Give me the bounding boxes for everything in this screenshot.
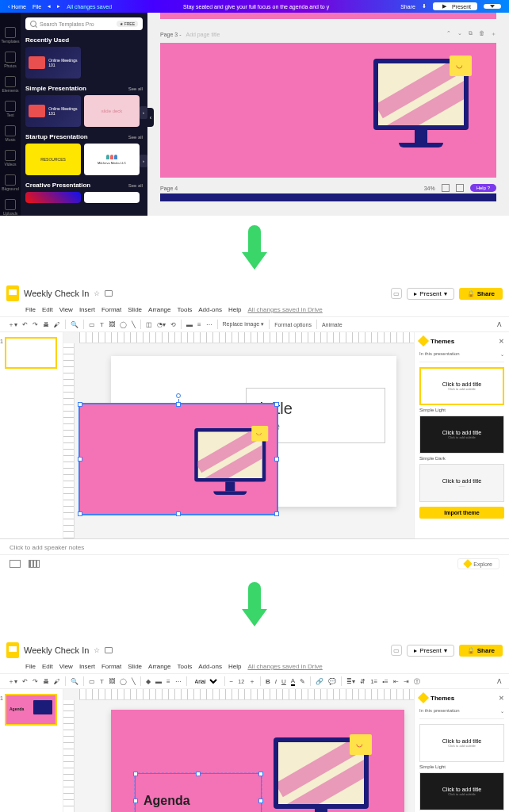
new-slide-icon[interactable]: ＋▾ (8, 677, 17, 686)
paint-icon[interactable]: 🖌 (54, 678, 60, 685)
bold-icon[interactable]: B (266, 678, 270, 685)
resize-handle[interactable] (78, 457, 82, 462)
slide-page3[interactable] (160, 43, 496, 178)
theme-dark[interactable]: Click to add titleClick to add subtitle (419, 772, 504, 810)
chevron-down-icon[interactable]: ⌄ (500, 351, 504, 357)
move-up-icon[interactable]: ⌃ (446, 30, 451, 38)
move-down-icon[interactable]: ⌄ (457, 30, 462, 38)
font-select[interactable]: Arial (192, 678, 220, 685)
reset-icon[interactable]: ⟲ (170, 321, 176, 328)
line-icon[interactable]: ╲ (132, 678, 136, 685)
menu-addons[interactable]: Add-ons (198, 663, 222, 670)
menu-file[interactable]: File (25, 663, 36, 670)
line-spacing-icon[interactable]: ⇵ (360, 678, 365, 685)
comments-icon[interactable]: ▭ (391, 645, 402, 656)
crop-icon[interactable]: ◫ (146, 321, 152, 328)
clear-format-icon[interactable]: Ⓣ (414, 677, 420, 686)
rail-templates[interactable]: Templates (3, 27, 17, 44)
new-slide-icon[interactable]: ＋▾ (8, 320, 17, 329)
redo-icon[interactable]: ▸ (57, 3, 60, 10)
see-all-link[interactable]: See all (128, 183, 143, 188)
back-icon[interactable]: ‹ Home (8, 4, 26, 10)
zoom-fit-icon[interactable]: 🔍 (71, 321, 78, 328)
resize-handle[interactable] (274, 511, 279, 516)
print-icon[interactable]: 🖶 (43, 321, 49, 328)
slide-canvas[interactable]: d title ubtitle (63, 332, 414, 538)
slide-canvas[interactable]: Agenda (63, 689, 414, 812)
underline-icon[interactable]: U (281, 678, 286, 685)
resize-handle[interactable] (133, 799, 138, 803)
scroll-right-icon[interactable]: › (140, 155, 147, 167)
redo-icon[interactable]: ↷ (33, 321, 38, 328)
indent-dec-icon[interactable]: ⇤ (393, 678, 399, 685)
menu-insert[interactable]: Insert (79, 663, 95, 670)
resize-handle[interactable] (196, 772, 201, 776)
border-dash-icon[interactable]: ⋯ (206, 321, 212, 328)
select-icon[interactable]: ▭ (89, 678, 95, 685)
rail-photos[interactable]: Photos (3, 52, 17, 68)
theme-grey[interactable]: Click to add title—— (419, 464, 504, 502)
thumbnail-1[interactable]: 1 Agenda (5, 694, 57, 726)
agenda-text[interactable]: Agenda (144, 794, 190, 808)
resize-handle[interactable] (258, 799, 263, 803)
menu-addons[interactable]: Add-ons (198, 306, 222, 313)
resize-handle[interactable] (176, 402, 181, 407)
resize-handle[interactable] (78, 511, 82, 516)
rotate-handle[interactable] (176, 393, 181, 398)
menu-arrange[interactable]: Arrange (148, 663, 170, 670)
menu-view[interactable]: View (59, 306, 73, 313)
undo-icon[interactable]: ◂ (48, 3, 51, 10)
close-icon[interactable]: ✕ (499, 695, 504, 702)
thumbnail-1[interactable]: 1 (5, 337, 57, 369)
undo-icon[interactable]: ↶ (22, 321, 28, 328)
download-icon[interactable]: ⬇ (422, 3, 427, 10)
rail-videos[interactable]: Videos (3, 150, 17, 167)
resize-handle[interactable] (176, 511, 181, 516)
page4-strip[interactable] (160, 193, 496, 201)
link-icon[interactable]: 🔗 (316, 678, 323, 685)
delete-icon[interactable]: 🗑 (479, 30, 484, 38)
rail-bkground[interactable]: Bkground (3, 174, 17, 191)
menu-edit[interactable]: Edit (42, 306, 53, 313)
comment-icon[interactable]: 💬 (328, 678, 336, 685)
see-all-link[interactable]: See all (128, 86, 143, 91)
menu-help[interactable]: Help (228, 306, 241, 313)
resize-handle[interactable] (274, 457, 279, 462)
comments-icon[interactable]: ▭ (391, 288, 402, 299)
textbox-icon[interactable]: T (100, 678, 104, 685)
present-button[interactable]: ▸ Present ▾ (407, 645, 454, 657)
template-online-meetings[interactable]: Online Meetings 101 (25, 47, 81, 79)
template-item[interactable] (25, 192, 81, 203)
menu-view[interactable]: View (59, 663, 73, 670)
font-size-inc[interactable]: ＋ (249, 677, 255, 686)
grid-view-icon[interactable] (442, 184, 450, 192)
menu-format[interactable]: Format (101, 663, 121, 670)
theme-current[interactable]: Click to add titleClick to add subtitle (419, 367, 504, 405)
redo-icon[interactable]: ↷ (33, 678, 38, 685)
filmstrip-view-icon[interactable] (10, 560, 21, 568)
print-icon[interactable]: 🖶 (43, 678, 49, 685)
textbox-selected[interactable]: Agenda (135, 773, 262, 812)
resize-handle[interactable] (133, 772, 138, 776)
theme-light[interactable]: Click to add titleClick to add subtitle (419, 724, 504, 762)
filename[interactable]: File (33, 4, 41, 10)
template-item[interactable]: Milcheva Media LLC (84, 144, 140, 175)
menu-slide[interactable]: Slide (128, 306, 142, 313)
slide[interactable]: Agenda (111, 710, 404, 812)
fullscreen-icon[interactable] (456, 184, 464, 192)
collapse-toolbar-icon[interactable]: ᐱ (497, 321, 501, 328)
text-color-icon[interactable]: A (291, 677, 295, 686)
chevron-down-icon[interactable]: ⌄ (500, 708, 504, 714)
scroll-right-icon[interactable]: › (140, 106, 147, 119)
menu-insert[interactable]: Insert (79, 306, 95, 313)
add-page-icon[interactable]: ＋ (491, 30, 496, 38)
template-item[interactable]: RESOURCES (25, 144, 81, 175)
template-item[interactable]: slide deck (84, 95, 140, 127)
speaker-notes[interactable]: Click to add speaker notes (0, 538, 509, 554)
rail-text[interactable]: Text (3, 101, 17, 117)
doc-name[interactable]: Weekly Check In (24, 289, 89, 298)
template-item[interactable] (84, 192, 140, 203)
move-folder-icon[interactable] (105, 290, 113, 297)
collapse-toolbar-icon[interactable]: ᐱ (497, 678, 501, 685)
rail-uploads[interactable]: Uploads (3, 199, 17, 216)
